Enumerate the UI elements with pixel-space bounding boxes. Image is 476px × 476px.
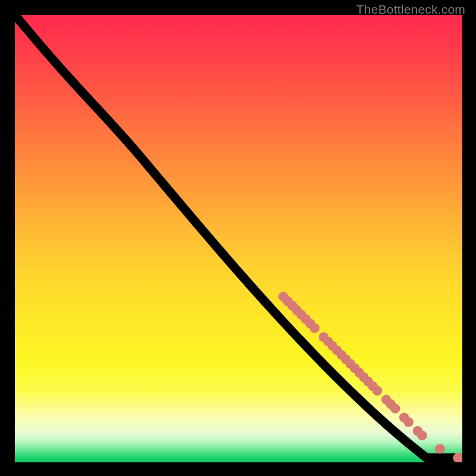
data-point bbox=[435, 444, 445, 454]
data-point bbox=[310, 323, 320, 333]
data-point bbox=[417, 431, 427, 441]
chart-svg bbox=[15, 15, 462, 462]
curve-line bbox=[15, 15, 462, 458]
stage: TheBottleneck.com bbox=[0, 0, 476, 476]
data-point bbox=[403, 417, 414, 427]
data-point bbox=[372, 386, 383, 396]
data-point bbox=[390, 403, 400, 414]
watermark-text: TheBottleneck.com bbox=[356, 2, 465, 17]
data-points bbox=[278, 292, 462, 462]
chart-area bbox=[15, 15, 462, 462]
